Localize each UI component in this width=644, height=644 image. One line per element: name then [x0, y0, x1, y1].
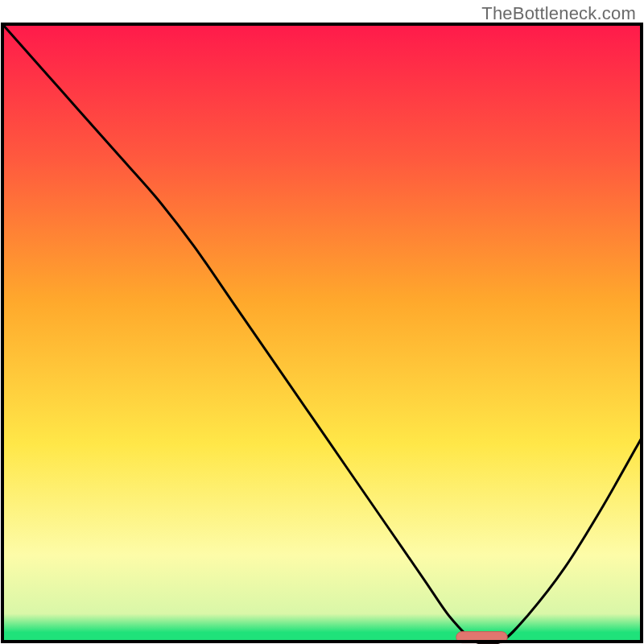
chart-canvas: TheBottleneck.com [0, 0, 644, 644]
bottleneck-chart [0, 0, 644, 644]
watermark-label: TheBottleneck.com [481, 3, 636, 24]
gradient-background [2, 24, 642, 642]
plot-area [2, 24, 642, 644]
